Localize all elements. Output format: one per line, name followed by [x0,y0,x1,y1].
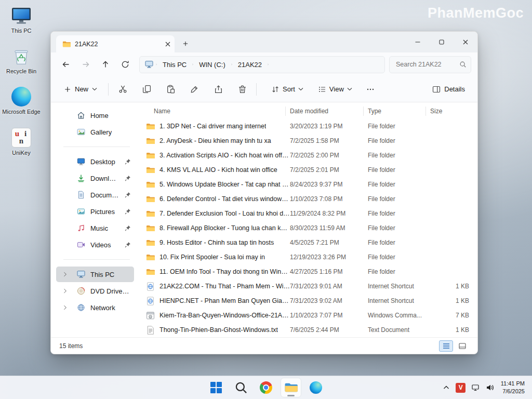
back-button[interactable] [57,56,75,73]
sidebar-item-home[interactable]: Home [56,108,134,123]
sidebar: HomeGalleryDesktopDownloadsDocumentsPict… [51,102,138,337]
breadcrumb-item[interactable]: This PC [159,59,190,70]
cut-button[interactable] [114,81,131,98]
desktop-icon-this-pc[interactable]: This PC [1,5,42,34]
sidebar-item-label: Videos [90,241,111,249]
file-row[interactable]: 7. Defender Exclusion Tool - Loai tru kh… [138,206,477,221]
copy-button[interactable] [138,81,155,98]
details-pane-button[interactable]: Details [427,82,470,97]
network-icon [77,303,85,312]
view-button[interactable]: View [313,82,357,97]
sidebar-item-this-pc[interactable]: This PC [56,267,134,282]
plus-icon [182,41,189,47]
rename-button[interactable] [185,81,203,98]
file-name: 4. KMS VL ALL AIO - Kich hoat win office [159,166,277,174]
refresh-button[interactable] [116,56,134,73]
more-options-button[interactable] [362,81,379,98]
music-icon [77,224,85,232]
sidebar-item-music[interactable]: Music [56,220,134,236]
breadcrumb[interactable]: This PCWIN (C:)21AK22 [139,56,385,73]
file-row[interactable]: Kiem-Tra-Ban-Quyen-Windows-Office-21AK2.… [138,308,477,323]
volume-tray-button[interactable] [483,380,497,395]
file-type: File folder [368,210,430,217]
file-row[interactable]: 2. AnyDesk - Dieu khien may tinh tu xa7/… [138,134,477,148]
pin-icon [125,192,131,198]
rename-icon [190,85,199,94]
share-button[interactable] [209,81,227,98]
file-explorer-taskbar-button[interactable] [281,378,301,397]
chevron-right-icon [63,272,67,277]
network-tray-button[interactable] [469,380,482,395]
file-row[interactable]: 3. Activation Scripts AIO - Kich hoat wi… [138,148,477,163]
edge-taskbar-button[interactable] [305,378,326,397]
file-date: 8/30/2023 11:59 AM [290,224,368,232]
details-view-toggle[interactable] [439,340,453,352]
file-row[interactable]: HIENPC.NET - Phan Mem Ban Quyen Gia Re7/… [138,294,477,308]
dvd-drive-icon [77,287,85,295]
file-row[interactable]: 4. KMS VL ALL AIO - Kich hoat win office… [138,163,477,177]
desktop-icon-recycle-bin[interactable]: Recycle Bin [1,46,42,75]
toolbar: New Sort View Details [51,76,477,102]
sidebar-divider [63,147,130,147]
sidebar-item-label: Desktop [90,158,115,166]
taskbar-clock[interactable]: 11:41 PM 7/6/2025 [498,380,529,395]
column-header-date-modified[interactable]: Date modified [290,107,368,116]
large-icons-view-icon [459,342,466,350]
file-row[interactable]: 10. Fix Print Spooler - Sua loi may in12… [138,250,477,264]
file-date: 7/2/2025 1:58 PM [290,137,368,144]
column-header-size[interactable]: Size [430,107,478,116]
tray-chevron-up-button[interactable] [440,380,453,395]
pin-icon [125,225,131,231]
new-tab-button[interactable] [179,37,192,50]
paste-button[interactable] [162,81,179,98]
breadcrumb-item[interactable]: WIN (C:) [196,59,229,70]
sidebar-item-desktop[interactable]: Desktop [56,154,134,169]
desktop-icon-microsoft-edge[interactable]: Microsoft Edge [1,86,42,115]
sort-button[interactable]: Sort [266,82,309,97]
sidebar-item-gallery[interactable]: Gallery [56,124,134,140]
sidebar-item-network[interactable]: Network [56,300,134,315]
explorer-tab[interactable]: 21AK22 [56,35,175,52]
file-name: 9. Hosts Editor - Chinh sua tap tin host… [159,239,274,246]
unikey-tray-button[interactable]: V [454,380,468,395]
search-taskbar-button[interactable] [231,378,251,397]
sidebar-item-videos[interactable]: Videos [56,237,134,252]
breadcrumb-item[interactable]: 21AK22 [235,59,265,70]
file-name: 6. Defender Control - Tat diet virus win… [159,195,290,203]
desktop-icon-unikey[interactable]: uinUniKey [1,127,42,156]
file-date: 11/29/2024 8:32 PM [290,210,368,217]
forward-button[interactable] [77,56,95,73]
minimize-button[interactable] [406,32,430,52]
up-button[interactable] [97,56,114,73]
column-header-name[interactable]: Name [138,107,290,116]
delete-button[interactable] [233,81,251,98]
sidebar-item-documents[interactable]: Documents [56,187,134,203]
desktop-icon [77,157,85,166]
file-type: File folder [368,224,430,232]
address-bar: This PCWIN (C:)21AK22 [51,52,477,76]
sidebar-item-pictures[interactable]: Pictures [56,204,134,219]
file-row[interactable]: 6. Defender Control - Tat diet virus win… [138,192,477,206]
maximize-button[interactable] [430,32,454,52]
folder-icon [146,195,155,204]
search-input[interactable] [395,60,459,69]
file-date: 7/6/2025 2:44 PM [290,326,368,334]
file-row[interactable]: Thong-Tin-Phien-Ban-Ghost-Windows.txt7/6… [138,323,477,337]
file-row[interactable]: 9. Hosts Editor - Chinh sua tap tin host… [138,235,477,250]
file-row[interactable]: 21AK22.COM - Thu That - Pham Mem - Wind.… [138,279,477,294]
file-row[interactable]: 8. Firewall App Blocker - Tuong lua chan… [138,221,477,235]
close-button[interactable] [454,32,477,52]
file-row[interactable]: 1. 3DP Net - Cai driver mang internet3/2… [138,119,477,134]
tab-close-icon[interactable] [165,42,170,47]
search-box[interactable] [389,56,471,73]
start-taskbar-button[interactable] [206,378,227,397]
sidebar-item-dvd-drive[interactable]: DVD Drive (F:) Win- [56,283,134,299]
column-header-type[interactable]: Type [368,107,430,116]
file-row[interactable]: 11. OEM Info Tool - Thay doi thong tin W… [138,264,477,279]
new-button[interactable]: New [58,82,103,97]
file-row[interactable]: 5. Windows Update Blocker - Tat cap nhat… [138,177,477,192]
chrome-taskbar-button[interactable] [256,378,276,397]
sidebar-item-downloads[interactable]: Downloads [56,170,134,186]
tab-title: 21AK22 [75,41,161,48]
large-icons-view-toggle[interactable] [455,340,469,352]
